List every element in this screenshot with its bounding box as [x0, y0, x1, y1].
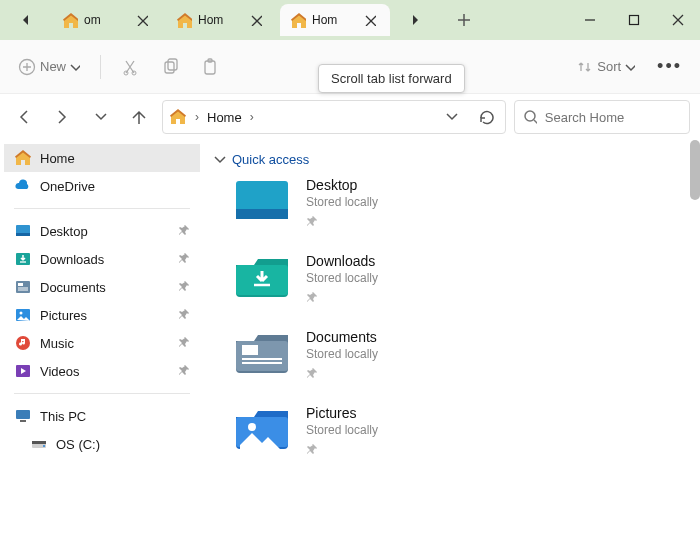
pin-icon — [306, 367, 318, 379]
home-icon — [14, 149, 32, 167]
home-icon — [62, 12, 78, 28]
pin-icon — [306, 291, 318, 303]
pc-icon — [14, 407, 32, 425]
cut-button[interactable] — [113, 50, 147, 84]
svg-point-17 — [20, 312, 23, 315]
item-pictures[interactable]: Pictures Stored locally — [234, 405, 690, 455]
downloads-icon — [14, 250, 32, 268]
section-label: Quick access — [232, 152, 309, 167]
sidebar-item-videos[interactable]: Videos — [4, 357, 200, 385]
minimize-button[interactable] — [568, 0, 612, 40]
desktop-icon — [234, 177, 290, 221]
scrollbar[interactable] — [690, 140, 700, 200]
paste-button[interactable] — [193, 50, 227, 84]
caret-left-icon — [21, 14, 31, 26]
plus-circle-icon — [18, 58, 36, 76]
svg-rect-3 — [630, 16, 639, 25]
tab-active[interactable]: Hom — [280, 4, 390, 36]
sidebar-item-thispc[interactable]: This PC — [4, 402, 200, 430]
sidebar-item-label: Downloads — [40, 252, 104, 267]
new-tab-button[interactable] — [446, 5, 482, 35]
item-documents[interactable]: Documents Stored locally — [234, 329, 690, 379]
sidebar-item-label: This PC — [40, 409, 86, 424]
sidebar: Home OneDrive Desktop Downloads Document… — [0, 140, 200, 538]
svg-point-24 — [43, 445, 45, 447]
sidebar-item-label: Documents — [40, 280, 106, 295]
tab-2[interactable]: Hom — [166, 4, 276, 36]
sidebar-item-pictures[interactable]: Pictures — [4, 301, 200, 329]
tab-close-button[interactable] — [358, 8, 382, 32]
new-button[interactable]: New — [10, 50, 88, 84]
item-desktop[interactable]: Desktop Stored locally — [234, 177, 690, 227]
refresh-button[interactable] — [473, 104, 499, 130]
sort-label: Sort — [597, 59, 621, 74]
breadcrumb-separator: › — [195, 110, 199, 124]
drive-icon — [30, 435, 48, 453]
tab-label: Hom — [198, 13, 240, 27]
address-history-button[interactable] — [439, 104, 465, 130]
item-downloads[interactable]: Downloads Stored locally — [234, 253, 690, 303]
onedrive-icon — [14, 177, 32, 195]
tab-1[interactable]: om — [52, 4, 162, 36]
sidebar-item-label: Home — [40, 151, 75, 166]
chevron-down-icon — [625, 62, 635, 72]
nav-back-button[interactable] — [10, 102, 40, 132]
svg-rect-8 — [168, 59, 177, 70]
sidebar-item-home[interactable]: Home — [4, 144, 200, 172]
minimize-icon — [584, 14, 596, 26]
separator — [14, 393, 190, 394]
sort-icon — [577, 59, 593, 75]
cut-icon — [121, 58, 139, 76]
videos-icon — [14, 362, 32, 380]
titlebar: om Hom Hom — [0, 0, 700, 40]
pin-icon — [178, 336, 192, 350]
pictures-icon — [14, 306, 32, 324]
tab-close-button[interactable] — [244, 8, 268, 32]
chevron-down-icon — [70, 62, 80, 72]
copy-icon — [161, 58, 179, 76]
maximize-icon — [628, 14, 640, 26]
more-button[interactable]: ••• — [649, 50, 690, 84]
svg-rect-29 — [242, 345, 258, 355]
search-box[interactable] — [514, 100, 690, 134]
nav-recent-button[interactable] — [86, 102, 116, 132]
sidebar-item-label: OS (C:) — [56, 437, 100, 452]
section-quick-access[interactable]: Quick access — [214, 152, 690, 167]
sidebar-item-onedrive[interactable]: OneDrive — [4, 172, 200, 200]
tab-close-button[interactable] — [130, 8, 154, 32]
item-sub: Stored locally — [306, 347, 378, 361]
sidebar-item-label: Videos — [40, 364, 80, 379]
tab-label: Hom — [312, 13, 354, 27]
pin-icon — [178, 308, 192, 322]
tab-scroll-forward-button[interactable] — [398, 5, 434, 35]
sidebar-item-downloads[interactable]: Downloads — [4, 245, 200, 273]
main-content: Quick access Desktop Stored locally Down… — [200, 140, 700, 538]
window-controls — [568, 0, 700, 40]
copy-button[interactable] — [153, 50, 187, 84]
sidebar-item-documents[interactable]: Documents — [4, 273, 200, 301]
nav-up-button[interactable] — [124, 102, 154, 132]
search-input[interactable] — [545, 110, 681, 125]
address-bar[interactable]: › Home › — [162, 100, 506, 134]
item-name: Downloads — [306, 253, 378, 269]
close-window-button[interactable] — [656, 0, 700, 40]
sidebar-item-music[interactable]: Music — [4, 329, 200, 357]
svg-rect-23 — [32, 441, 46, 444]
tab-scroll-back-button[interactable] — [8, 5, 44, 35]
svg-rect-21 — [20, 420, 26, 422]
nav-forward-button[interactable] — [48, 102, 78, 132]
home-icon — [176, 12, 192, 28]
maximize-button[interactable] — [612, 0, 656, 40]
sidebar-item-osc[interactable]: OS (C:) — [4, 430, 200, 458]
sort-button[interactable]: Sort — [569, 50, 643, 84]
documents-icon — [234, 329, 290, 373]
breadcrumb-home[interactable]: Home — [207, 110, 242, 125]
svg-rect-15 — [18, 283, 23, 286]
item-name: Pictures — [306, 405, 378, 421]
music-icon — [14, 334, 32, 352]
sidebar-item-desktop[interactable]: Desktop — [4, 217, 200, 245]
chevron-down-icon — [214, 154, 226, 166]
sidebar-item-label: Music — [40, 336, 74, 351]
close-icon — [671, 13, 685, 27]
pin-icon — [306, 215, 318, 227]
